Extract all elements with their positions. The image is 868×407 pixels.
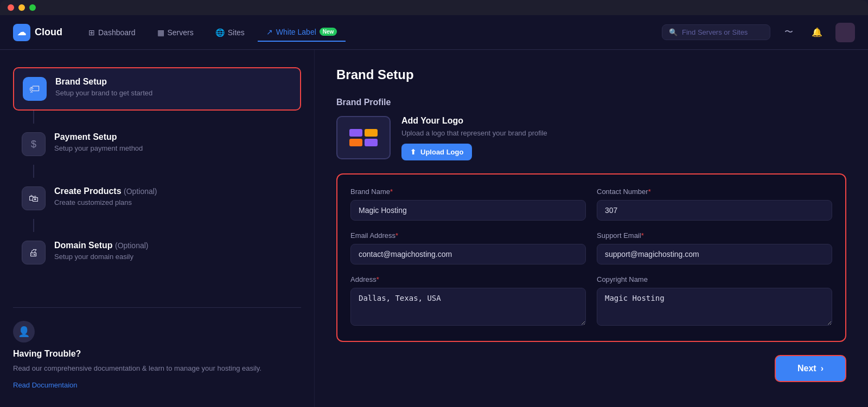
copyright-name-group: Copyright Name [597, 275, 832, 328]
nav-item-servers[interactable]: ▦ Servers [149, 24, 202, 41]
upload-logo-button[interactable]: ⬆ Upload Logo [401, 144, 472, 160]
step-brand-setup[interactable]: 🏷 Brand Setup Setup your brand to get st… [13, 67, 301, 111]
nav-label-dashboard: Dashboard [98, 28, 136, 37]
domain-setup-optional: (Optional) [115, 241, 148, 250]
brand-name-group: Brand Name* [350, 188, 586, 221]
domain-setup-text: Domain Setup (Optional) Setup your domai… [54, 241, 148, 261]
payment-setup-text: Payment Setup Setup your payment method [54, 132, 143, 152]
brand-setup-icon: 🏷 [23, 77, 47, 101]
contact-number-group: Contact Number* [597, 188, 832, 221]
brand-profile-section: Brand Profile Add Yo [336, 98, 846, 342]
logo-block-orange [349, 139, 362, 146]
logo-upload-desc: Upload a logo that represent your brand … [401, 129, 547, 137]
logo-preview-inner [349, 129, 378, 146]
page-title: Brand Setup [336, 67, 846, 82]
navbar: ☁ Cloud ⊞ Dashboard ▦ Servers 🌐 Sites ↗ … [0, 15, 868, 50]
address-group: Address* [350, 275, 586, 328]
step-create-products[interactable]: 🛍 Create Products (Optional) Create cust… [13, 178, 301, 219]
help-text: Read our comprehensive documentation & l… [13, 363, 301, 374]
help-title: Having Trouble? [13, 349, 301, 359]
dashboard-icon: ⊞ [88, 28, 95, 37]
content-area: Brand Setup Brand Profile [315, 50, 868, 407]
logo-upload-area: Add Your Logo Upload a logo that represe… [336, 116, 846, 160]
email-address-group: Email Address* [350, 231, 586, 264]
activity-icon: 〜 [784, 27, 793, 38]
step-connector-2 [33, 165, 34, 178]
domain-setup-icon: 🖨 [22, 241, 46, 264]
help-icon: 👤 [13, 321, 35, 343]
search-placeholder: Find Servers or Sites [682, 28, 748, 36]
support-email-input[interactable] [597, 244, 832, 264]
servers-icon: ▦ [157, 28, 164, 37]
form-row-3: Address* Copyright Name [350, 275, 832, 328]
form-row-2: Email Address* Support Email* [350, 231, 832, 264]
support-email-group: Support Email* [597, 231, 832, 264]
help-link[interactable]: Read Documentaion [13, 381, 78, 389]
next-button[interactable]: Next › [775, 355, 846, 382]
create-products-title: Create Products (Optional) [54, 186, 157, 196]
step-connector-1 [33, 111, 34, 124]
logo-icon: ☁ [13, 24, 30, 41]
window-minimize-dot[interactable] [18, 4, 25, 11]
next-arrow-icon: › [821, 364, 824, 373]
email-address-label: Email Address* [350, 231, 586, 240]
address-input[interactable] [350, 288, 586, 326]
form-grid: Brand Name* Contact Number* [336, 173, 846, 342]
search-bar[interactable]: 🔍 Find Servers or Sites [662, 24, 770, 40]
sidebar-steps: 🏷 Brand Setup Setup your brand to get st… [13, 67, 301, 307]
contact-number-label: Contact Number* [597, 188, 832, 196]
upload-icon: ⬆ [410, 148, 416, 156]
nav-label-sites: Sites [228, 28, 245, 37]
main-layout: 🏷 Brand Setup Setup your brand to get st… [0, 50, 868, 407]
copyright-name-input[interactable] [597, 288, 832, 326]
bell-icon: 🔔 [812, 27, 822, 37]
window-close-dot[interactable] [8, 4, 14, 11]
payment-setup-title: Payment Setup [54, 132, 143, 142]
payment-setup-subtitle: Setup your payment method [54, 144, 143, 152]
search-icon: 🔍 [669, 28, 678, 36]
bell-button[interactable]: 🔔 [807, 23, 827, 42]
logo-block-purple-2 [365, 139, 378, 146]
whitelabel-icon: ↗ [266, 28, 273, 36]
nav-label-whitelabel: White Label [276, 28, 316, 36]
notifications-button[interactable]: 〜 [779, 23, 799, 42]
brand-profile-label: Brand Profile [336, 98, 846, 107]
brand-setup-text: Brand Setup Setup your brand to get star… [55, 77, 152, 97]
upload-label: Upload Logo [420, 148, 463, 156]
new-badge: New [320, 28, 337, 36]
nav-label-servers: Servers [168, 28, 194, 37]
domain-setup-subtitle: Setup your domain easily [54, 253, 148, 261]
next-label: Next [797, 364, 816, 373]
logo-upload-title: Add Your Logo [401, 116, 547, 126]
nav-item-dashboard[interactable]: ⊞ Dashboard [80, 24, 144, 41]
brand-setup-title: Brand Setup [55, 77, 152, 87]
support-email-label: Support Email* [597, 231, 832, 240]
nav-item-sites[interactable]: 🌐 Sites [207, 24, 253, 41]
payment-setup-icon: $ [22, 132, 46, 156]
nav-item-whitelabel[interactable]: ↗ White Label New [258, 23, 346, 42]
logo-preview [336, 116, 391, 159]
logo-upload-info: Add Your Logo Upload a logo that represe… [401, 116, 547, 160]
content-footer: Next › [336, 355, 846, 382]
create-products-subtitle: Create customized plans [54, 198, 157, 206]
contact-number-input[interactable] [597, 200, 832, 221]
email-address-input[interactable] [350, 244, 586, 264]
logo-block-purple [349, 129, 362, 137]
create-products-icon: 🛍 [22, 186, 46, 210]
brand-setup-subtitle: Setup your brand to get started [55, 89, 152, 97]
nav-links: ⊞ Dashboard ▦ Servers 🌐 Sites ↗ White La… [80, 23, 644, 42]
logo[interactable]: ☁ Cloud [13, 24, 62, 41]
address-label: Address* [350, 275, 586, 283]
user-avatar[interactable] [835, 23, 855, 42]
logo-text: Cloud [35, 27, 62, 38]
step-connector-3 [33, 219, 34, 232]
logo-row-2 [349, 139, 378, 146]
brand-name-label: Brand Name* [350, 188, 586, 196]
step-payment-setup[interactable]: $ Payment Setup Setup your payment metho… [13, 124, 301, 165]
step-domain-setup[interactable]: 🖨 Domain Setup (Optional) Setup your dom… [13, 232, 301, 273]
brand-name-input[interactable] [350, 200, 586, 221]
window-maximize-dot[interactable] [29, 4, 36, 11]
sidebar: 🏷 Brand Setup Setup your brand to get st… [0, 50, 315, 407]
create-products-text: Create Products (Optional) Create custom… [54, 186, 157, 206]
help-section: 👤 Having Trouble? Read our comprehensive… [13, 307, 301, 390]
